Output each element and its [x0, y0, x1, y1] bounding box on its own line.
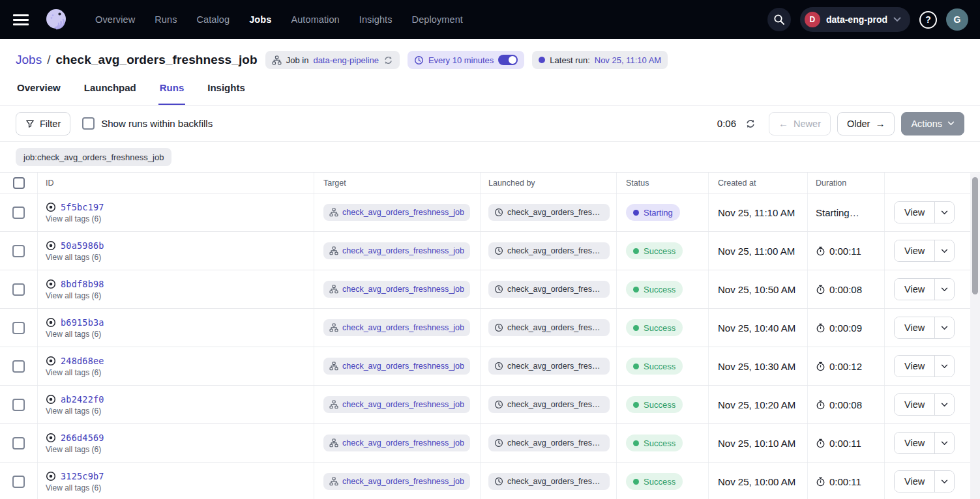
- view-button[interactable]: View: [895, 317, 934, 338]
- nav-item-deployment[interactable]: Deployment: [412, 14, 463, 25]
- launched-by-pill[interactable]: check_avg_orders_freshn…: [488, 281, 610, 298]
- view-all-tags-link[interactable]: View all tags (6): [46, 291, 101, 300]
- nav-item-catalog[interactable]: Catalog: [196, 14, 230, 25]
- launched-by-pill[interactable]: check_avg_orders_freshn…: [488, 435, 610, 451]
- launched-by-label: check_avg_orders_freshn…: [507, 362, 604, 371]
- breadcrumb-jobs-link[interactable]: Jobs: [16, 53, 42, 67]
- view-button[interactable]: View: [895, 394, 934, 415]
- launched-by-pill[interactable]: check_avg_orders_freshn…: [488, 204, 610, 221]
- run-id-link[interactable]: 8bdf8b98: [61, 279, 104, 289]
- view-dropdown-button[interactable]: [934, 317, 954, 338]
- tab-insights[interactable]: Insights: [206, 77, 246, 105]
- view-split-button: View: [894, 240, 955, 262]
- tab-runs[interactable]: Runs: [158, 77, 186, 105]
- target-pill[interactable]: check_avg_orders_freshness_job: [323, 204, 470, 221]
- view-split-button: View: [894, 470, 955, 492]
- chevron-down-icon: [941, 210, 948, 215]
- actions-button[interactable]: Actions: [901, 112, 964, 135]
- tab-overview[interactable]: Overview: [16, 77, 62, 105]
- run-id-link[interactable]: 5f5bc197: [61, 202, 104, 212]
- nav-item-overview[interactable]: Overview: [95, 14, 135, 25]
- launched-by-pill[interactable]: check_avg_orders_freshn…: [488, 358, 610, 375]
- refresh-countdown: 0:06: [717, 118, 736, 129]
- schedule-toggle[interactable]: [498, 55, 518, 65]
- user-avatar[interactable]: G: [946, 8, 968, 31]
- newer-button[interactable]: ← Newer: [769, 112, 831, 135]
- launched-by-pill[interactable]: check_avg_orders_freshn…: [488, 396, 610, 413]
- view-dropdown-button[interactable]: [934, 394, 954, 415]
- backfills-checkbox[interactable]: [82, 117, 95, 130]
- latest-run-link[interactable]: Nov 25, 11:10 AM: [595, 55, 661, 65]
- filter-button[interactable]: Filter: [16, 112, 70, 135]
- pipeline-link[interactable]: data-eng-pipeline: [313, 55, 378, 65]
- row-checkbox[interactable]: [12, 245, 25, 257]
- run-id-link[interactable]: 248d68ee: [61, 356, 104, 366]
- view-all-tags-link[interactable]: View all tags (6): [46, 253, 101, 262]
- row-checkbox[interactable]: [12, 360, 25, 373]
- run-id-link[interactable]: ab2422f0: [61, 394, 104, 405]
- row-checkbox[interactable]: [12, 437, 25, 449]
- target-label: check_avg_orders_freshness_job: [342, 246, 464, 255]
- reload-icon[interactable]: [383, 55, 393, 65]
- launched-by-pill[interactable]: check_avg_orders_freshn…: [488, 319, 610, 336]
- table-row: 8bdf8b98 View all tags (6) check_avg_ord…: [0, 270, 980, 309]
- target-pill[interactable]: check_avg_orders_freshness_job: [323, 473, 470, 490]
- job-graph-icon: [329, 400, 338, 409]
- view-all-tags-link[interactable]: View all tags (6): [46, 214, 101, 223]
- launched-by-label: check_avg_orders_freshn…: [507, 208, 604, 217]
- hamburger-menu-icon[interactable]: [12, 10, 30, 29]
- scrollbar-thumb[interactable]: [972, 177, 978, 294]
- target-pill[interactable]: check_avg_orders_freshness_job: [323, 319, 470, 336]
- select-all-checkbox[interactable]: [13, 177, 25, 189]
- tab-launchpad[interactable]: Launchpad: [83, 77, 138, 105]
- row-checkbox[interactable]: [12, 399, 25, 411]
- view-button[interactable]: View: [895, 356, 934, 377]
- run-id-link[interactable]: 50a5986b: [61, 240, 104, 251]
- view-dropdown-button[interactable]: [934, 279, 954, 300]
- row-checkbox[interactable]: [12, 283, 25, 296]
- view-all-tags-link[interactable]: View all tags (6): [46, 368, 101, 377]
- view-all-tags-link[interactable]: View all tags (6): [46, 445, 101, 454]
- created-at-cell: Nov 25, 10:40 AM: [708, 309, 807, 347]
- view-button[interactable]: View: [895, 279, 934, 300]
- row-checkbox[interactable]: [12, 207, 25, 219]
- run-id-link[interactable]: 3125c9b7: [61, 471, 104, 481]
- vertical-scrollbar[interactable]: [970, 173, 980, 499]
- title-row: Jobs / check_avg_orders_freshness_job Jo…: [0, 39, 980, 77]
- target-pill[interactable]: check_avg_orders_freshness_job: [323, 358, 470, 375]
- search-button[interactable]: [767, 8, 791, 31]
- view-all-tags-link[interactable]: View all tags (6): [46, 330, 101, 339]
- row-checkbox[interactable]: [12, 322, 25, 334]
- nav-item-insights[interactable]: Insights: [359, 14, 393, 25]
- launched-by-pill[interactable]: check_avg_orders_freshn…: [488, 242, 610, 259]
- nav-item-automation[interactable]: Automation: [291, 14, 339, 25]
- older-button[interactable]: Older →: [837, 112, 895, 135]
- schedule-badge: Every 10 minutes: [408, 51, 524, 69]
- view-button[interactable]: View: [895, 433, 934, 453]
- view-dropdown-button[interactable]: [934, 240, 954, 261]
- dagster-logo-icon[interactable]: [43, 7, 69, 33]
- target-pill[interactable]: check_avg_orders_freshness_job: [323, 242, 470, 259]
- target-pill[interactable]: check_avg_orders_freshness_job: [323, 281, 470, 298]
- row-checkbox[interactable]: [12, 476, 25, 488]
- run-id-link[interactable]: b6915b3a: [61, 317, 104, 328]
- target-pill[interactable]: check_avg_orders_freshness_job: [323, 435, 470, 451]
- nav-item-runs[interactable]: Runs: [155, 14, 177, 25]
- view-dropdown-button[interactable]: [934, 433, 954, 453]
- run-id-link[interactable]: 266d4569: [61, 433, 104, 443]
- view-dropdown-button[interactable]: [934, 471, 954, 492]
- view-button[interactable]: View: [895, 240, 934, 261]
- view-dropdown-button[interactable]: [934, 356, 954, 377]
- launched-by-pill[interactable]: check_avg_orders_freshn…: [488, 473, 610, 490]
- view-button[interactable]: View: [895, 471, 934, 492]
- target-pill[interactable]: check_avg_orders_freshness_job: [323, 396, 470, 413]
- view-all-tags-link[interactable]: View all tags (6): [46, 483, 101, 492]
- help-button[interactable]: ?: [919, 11, 937, 29]
- job-filter-chip[interactable]: job:check_avg_orders_freshness_job: [16, 148, 171, 166]
- view-dropdown-button[interactable]: [934, 202, 954, 223]
- org-switcher[interactable]: D data-eng-prod: [800, 7, 910, 32]
- nav-item-jobs[interactable]: Jobs: [249, 14, 271, 25]
- view-all-tags-link[interactable]: View all tags (6): [46, 406, 101, 416]
- refresh-icon[interactable]: [744, 117, 757, 130]
- view-button[interactable]: View: [895, 202, 934, 223]
